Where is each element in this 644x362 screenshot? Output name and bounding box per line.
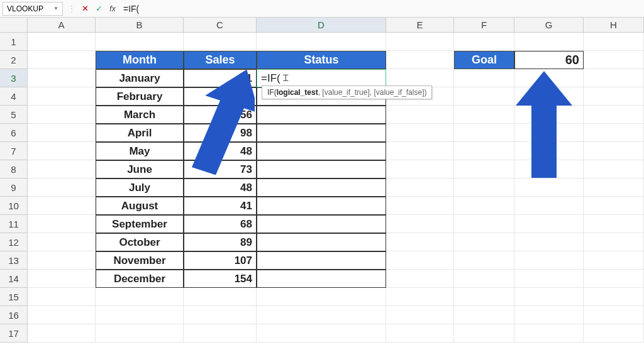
cell[interactable] <box>96 306 184 324</box>
sales-cell[interactable]: 48 <box>184 178 257 197</box>
month-cell[interactable]: December <box>96 270 184 288</box>
sales-cell[interactable]: 68 <box>184 215 257 233</box>
name-box[interactable]: VLOOKUP ▼ <box>3 2 63 16</box>
header-goal[interactable]: Goal <box>454 51 514 69</box>
row-header[interactable]: 7 <box>0 142 28 160</box>
month-cell[interactable]: May <box>96 142 184 160</box>
cell[interactable] <box>584 160 644 178</box>
month-cell[interactable]: October <box>96 233 184 251</box>
cell[interactable] <box>454 33 514 51</box>
select-all-corner[interactable] <box>0 18 28 32</box>
cell[interactable] <box>386 197 454 215</box>
cell[interactable] <box>28 160 96 178</box>
confirm-button[interactable]: ✓ <box>92 2 106 16</box>
cell[interactable] <box>584 69 644 87</box>
cell[interactable] <box>386 233 454 251</box>
goal-value[interactable]: 60 <box>514 51 584 69</box>
header-status[interactable]: Status <box>257 51 386 69</box>
cell[interactable] <box>28 69 96 87</box>
cell[interactable] <box>386 33 454 51</box>
cell[interactable] <box>454 324 514 343</box>
sales-cell[interactable]: 107 <box>184 251 257 270</box>
cell[interactable] <box>28 33 96 51</box>
cell[interactable] <box>184 324 257 343</box>
cell[interactable] <box>454 142 514 160</box>
cell[interactable] <box>584 288 644 306</box>
cell[interactable] <box>386 69 454 87</box>
cell[interactable] <box>386 306 454 324</box>
row-header[interactable]: 11 <box>0 215 28 233</box>
cell[interactable] <box>386 178 454 197</box>
status-cell[interactable] <box>257 178 386 197</box>
formula-input[interactable] <box>119 2 644 16</box>
row-header[interactable]: 14 <box>0 270 28 288</box>
cell[interactable] <box>28 288 96 306</box>
status-cell[interactable] <box>257 215 386 233</box>
col-header[interactable]: C <box>184 18 257 32</box>
cell[interactable] <box>454 270 514 288</box>
row-header[interactable]: 8 <box>0 160 28 178</box>
cell[interactable] <box>386 215 454 233</box>
status-cell[interactable] <box>257 160 386 178</box>
cell[interactable] <box>514 324 584 343</box>
editing-cell[interactable]: =IF(Ꮖ <box>257 69 386 87</box>
cell[interactable] <box>454 215 514 233</box>
cell[interactable] <box>386 124 454 142</box>
cell[interactable] <box>584 270 644 288</box>
cell[interactable] <box>584 197 644 215</box>
month-cell[interactable]: March <box>96 106 184 124</box>
row-header[interactable]: 13 <box>0 251 28 270</box>
cell[interactable] <box>28 215 96 233</box>
month-cell[interactable]: July <box>96 178 184 197</box>
row-header[interactable]: 1 <box>0 33 28 51</box>
cell[interactable] <box>584 215 644 233</box>
row-header[interactable]: 6 <box>0 124 28 142</box>
cell[interactable] <box>514 251 584 270</box>
col-header[interactable]: F <box>454 18 514 32</box>
cell[interactable] <box>386 324 454 343</box>
cell[interactable] <box>454 178 514 197</box>
status-cell[interactable] <box>257 197 386 215</box>
cell[interactable] <box>386 288 454 306</box>
month-cell[interactable]: August <box>96 197 184 215</box>
cell[interactable] <box>454 106 514 124</box>
sales-cell[interactable]: 154 <box>184 270 257 288</box>
chevron-down-icon[interactable]: ▼ <box>53 6 58 11</box>
cell[interactable] <box>257 324 386 343</box>
cell[interactable] <box>184 288 257 306</box>
cell[interactable] <box>584 142 644 160</box>
cell[interactable] <box>454 251 514 270</box>
col-header[interactable]: D <box>257 18 386 32</box>
col-header[interactable]: G <box>514 18 584 32</box>
cell[interactable] <box>514 233 584 251</box>
month-cell[interactable]: November <box>96 251 184 270</box>
cell[interactable] <box>28 106 96 124</box>
cell[interactable] <box>28 233 96 251</box>
col-header[interactable]: A <box>28 18 96 32</box>
cell[interactable] <box>584 106 644 124</box>
cell[interactable] <box>454 288 514 306</box>
cancel-button[interactable]: ✕ <box>78 2 92 16</box>
cell[interactable] <box>454 306 514 324</box>
cell[interactable] <box>386 106 454 124</box>
cell[interactable] <box>514 270 584 288</box>
status-cell[interactable] <box>257 106 386 124</box>
cell[interactable] <box>454 233 514 251</box>
month-cell[interactable]: April <box>96 124 184 142</box>
row-header[interactable]: 9 <box>0 178 28 197</box>
month-cell[interactable]: June <box>96 160 184 178</box>
cell[interactable] <box>28 87 96 106</box>
row-header[interactable]: 2 <box>0 51 28 69</box>
month-cell[interactable]: September <box>96 215 184 233</box>
cell[interactable] <box>28 124 96 142</box>
cell[interactable] <box>96 288 184 306</box>
sales-cell[interactable]: 89 <box>184 233 257 251</box>
month-cell[interactable]: January <box>96 69 184 87</box>
cell[interactable] <box>584 233 644 251</box>
cell[interactable] <box>514 215 584 233</box>
cell[interactable] <box>454 160 514 178</box>
status-cell[interactable] <box>257 233 386 251</box>
row-header[interactable]: 5 <box>0 106 28 124</box>
row-header[interactable]: 15 <box>0 288 28 306</box>
cell[interactable] <box>184 306 257 324</box>
